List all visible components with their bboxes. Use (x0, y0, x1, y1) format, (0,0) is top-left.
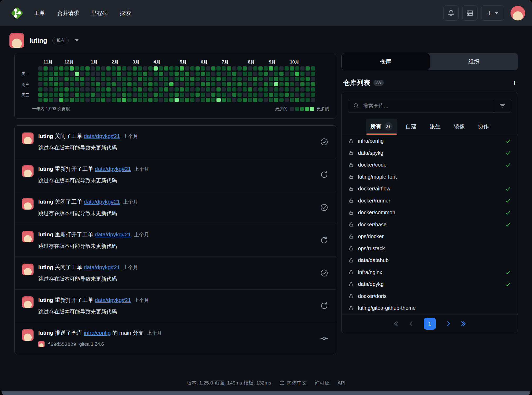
legend-swatch (290, 107, 294, 111)
heatmap-month-label: 5月 (180, 59, 187, 65)
repo-row[interactable]: data/spykg (342, 147, 518, 159)
feed-target-link[interactable]: data/dpykg#21 (84, 264, 120, 270)
profile-avatar[interactable] (9, 33, 24, 48)
feed-user-link[interactable]: luting (38, 166, 53, 172)
heatmap-cell (80, 93, 84, 97)
repo-name-link[interactable]: data/spykg (358, 150, 383, 156)
pagination-first-button[interactable] (392, 320, 399, 327)
commit-line[interactable]: f69d552029 gitea 1.24.6 (38, 341, 320, 347)
repo-name-link[interactable]: docker/doris (358, 293, 387, 299)
repo-filter-自建[interactable]: 自建 (401, 119, 421, 134)
create-new-button[interactable]: + (481, 6, 504, 21)
heatmap-cell (96, 77, 100, 81)
repo-name-link[interactable]: docker/code (358, 162, 387, 168)
heatmap-cell (258, 66, 263, 71)
feed-target-link[interactable]: infra/config (84, 330, 111, 336)
repo-name-link[interactable]: docker/runner (358, 198, 390, 204)
feed-user-link[interactable]: luting (38, 264, 53, 270)
repo-row[interactable]: docker/airflow (342, 183, 518, 195)
repo-row[interactable]: docker/doris (342, 290, 518, 302)
pagination-last-button[interactable] (460, 320, 467, 327)
heatmap-cell (44, 72, 48, 76)
feed-avatar[interactable] (22, 231, 34, 242)
pagination-next-button[interactable] (445, 320, 452, 327)
repo-row[interactable]: infra/nginx (342, 266, 518, 279)
repo-search-input[interactable]: 搜索仓库... (348, 99, 494, 113)
feed-avatar[interactable] (22, 296, 34, 308)
feed-avatar[interactable] (22, 264, 34, 275)
feed-avatar[interactable] (22, 329, 34, 341)
nav-item-issues[interactable]: 工单 (34, 9, 45, 17)
repo-row[interactable]: ops/docker (342, 231, 518, 243)
repo-filter-派生[interactable]: 派生 (425, 119, 446, 134)
legend-swatches (290, 107, 314, 111)
repo-name-link[interactable]: data/dpykg (358, 281, 384, 287)
feed-user-link[interactable]: luting (38, 231, 53, 237)
repo-row[interactable]: docker/code (342, 159, 518, 171)
pagination-prev-button[interactable] (408, 320, 415, 327)
heatmap-cell (85, 77, 90, 81)
heatmap-cell (64, 82, 69, 86)
feed-target-link[interactable]: data/dpykg#21 (95, 297, 131, 303)
repo-row[interactable]: data/datahub (342, 254, 518, 266)
nav-item-pull-requests[interactable]: 合并请求 (57, 9, 79, 17)
repo-row[interactable]: docker/runner (342, 195, 518, 207)
feed-avatar[interactable] (22, 132, 34, 144)
heatmap-cell (211, 77, 215, 81)
repo-filter-镜像[interactable]: 镜像 (449, 119, 470, 134)
repo-name-link[interactable]: luting/maple-font (358, 174, 397, 180)
feed-user-link[interactable]: luting (38, 330, 53, 336)
feed-target-link[interactable]: data/dpykg#21 (84, 133, 120, 139)
repo-name-link[interactable]: ops/docker (358, 233, 384, 239)
repo-row[interactable]: docker/base (342, 219, 518, 231)
feed-user-link[interactable]: luting (38, 297, 53, 303)
repo-name-link[interactable]: infra/config (358, 138, 384, 144)
language-selector[interactable]: 简体中文 (279, 380, 307, 386)
repo-name-link[interactable]: ops/rustack (358, 245, 385, 252)
repo-list-title: 仓库列表 (343, 78, 370, 87)
api-link[interactable]: API (338, 380, 346, 386)
repo-row[interactable]: data/dpykg (342, 278, 518, 290)
heatmap-cell (206, 87, 210, 92)
feed-target-link[interactable]: data/dpykg#21 (84, 199, 120, 205)
heatmap-cell (44, 66, 48, 71)
notifications-button[interactable] (443, 6, 459, 21)
repo-filter-all[interactable]: 所有31 (366, 119, 397, 134)
feed-target-link[interactable]: data/dpykg#21 (95, 166, 131, 172)
user-avatar[interactable] (511, 6, 525, 20)
license-link[interactable]: 许可证 (315, 380, 330, 386)
gitea-logo-icon[interactable] (9, 6, 25, 21)
check-icon (505, 222, 511, 227)
feed-avatar[interactable] (22, 198, 34, 210)
feed-target-link[interactable]: data/dpykg#21 (95, 231, 131, 237)
nav-item-explore[interactable]: 探索 (120, 9, 131, 17)
repo-filter-button[interactable] (494, 99, 511, 113)
feed-user-link[interactable]: luting (38, 199, 53, 205)
repo-row[interactable]: infra/config (342, 135, 518, 147)
heatmap-cell (38, 87, 42, 92)
admin-panel-button[interactable] (462, 6, 477, 21)
repo-row[interactable]: luting/gitea-github-theme (342, 302, 518, 314)
repo-name-link[interactable]: data/datahub (358, 257, 389, 263)
repo-row[interactable]: docker/common (342, 207, 518, 219)
tab-organizations[interactable]: 组织 (430, 53, 518, 70)
feed-user-link[interactable]: luting (38, 133, 53, 139)
repo-name-link[interactable]: docker/airflow (358, 186, 390, 192)
new-repo-button[interactable]: + (512, 79, 517, 87)
heatmap-cell (85, 87, 90, 92)
profile-dropdown-caret[interactable] (75, 39, 79, 41)
heatmap-cell (269, 77, 273, 81)
repo-name-link[interactable]: docker/common (358, 210, 395, 216)
repo-name-link[interactable]: luting/gitea-github-theme (358, 305, 416, 311)
tab-repositories[interactable]: 仓库 (341, 53, 430, 70)
pagination-page-1[interactable]: 1 (424, 318, 436, 330)
nav-item-milestones[interactable]: 里程碑 (91, 9, 108, 17)
commit-sha[interactable]: f69d552029 (48, 341, 76, 347)
feed-avatar[interactable] (22, 165, 34, 177)
repo-row[interactable]: ops/rustack (342, 243, 518, 255)
repo-filter-协作[interactable]: 协作 (473, 119, 494, 134)
repo-name-link[interactable]: infra/nginx (358, 269, 382, 275)
repo-row[interactable]: luting/maple-font (342, 171, 518, 183)
profile-username[interactable]: luting (29, 37, 47, 44)
repo-name-link[interactable]: docker/base (358, 222, 387, 228)
